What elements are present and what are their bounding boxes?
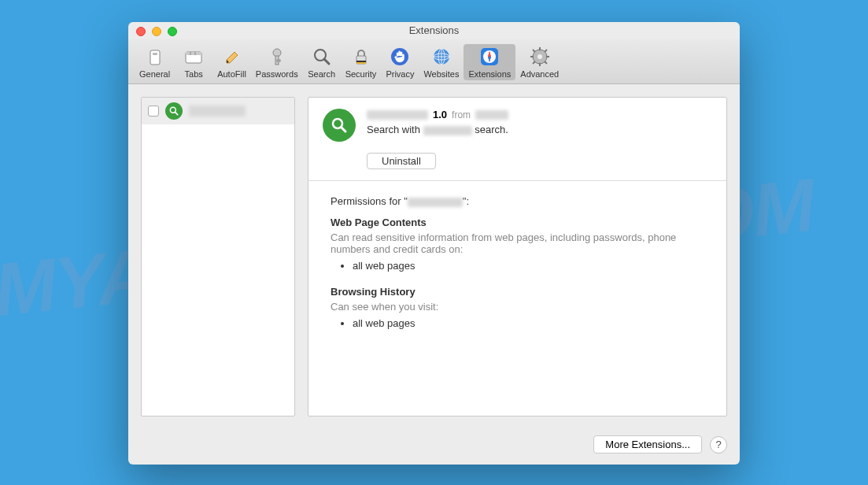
extension-version: 1.0: [433, 109, 447, 120]
hand-icon: [389, 46, 411, 68]
extensions-sidebar: [141, 97, 295, 417]
titlebar: Extensions: [128, 22, 740, 39]
perm-title: Browsing History: [331, 286, 704, 298]
more-extensions-button[interactable]: More Extensions...: [593, 435, 702, 454]
tab-search[interactable]: Search: [303, 44, 341, 80]
content-area: 1.0 from Search with search. Uninstall: [128, 84, 740, 429]
extension-title-redacted: [367, 110, 428, 120]
zoom-button[interactable]: [168, 27, 177, 36]
perm-text: Can see when you visit:: [331, 301, 704, 313]
tabs-icon: [183, 46, 205, 68]
tab-tabs[interactable]: Tabs: [175, 44, 212, 80]
svg-line-35: [342, 128, 346, 132]
perm-list: all web pages: [353, 317, 704, 329]
svg-line-33: [175, 112, 177, 114]
tab-privacy[interactable]: Privacy: [381, 44, 419, 80]
svg-line-10: [324, 59, 329, 64]
perm-list-item: all web pages: [353, 260, 704, 272]
svg-point-23: [537, 54, 542, 59]
toolbar: General Tabs AutoFill Passwords Search: [128, 39, 740, 84]
footer: More Extensions... ?: [128, 429, 740, 465]
pencil-icon: [220, 46, 242, 68]
gear-icon: [529, 46, 551, 68]
desc-prefix: Search with: [367, 124, 420, 135]
help-button[interactable]: ?: [710, 436, 727, 454]
perm-section-web-contents: Web Page Contents Can read sensitive inf…: [331, 217, 704, 272]
tab-label: Search: [308, 69, 335, 79]
tab-websites[interactable]: Websites: [419, 44, 464, 80]
tab-label: Passwords: [256, 69, 298, 79]
perm-prefix: Permissions for ": [331, 195, 408, 207]
extension-icon: [165, 102, 183, 120]
magnifier-icon: [311, 46, 333, 68]
traffic-lights: [136, 27, 177, 36]
switch-icon: [144, 46, 166, 68]
detail-header: 1.0 from Search with search.: [308, 98, 726, 153]
extension-enable-checkbox[interactable]: [148, 106, 159, 117]
svg-rect-1: [153, 53, 157, 55]
desc-suffix: search.: [475, 124, 508, 135]
perm-section-browsing-history: Browsing History Can see when you visit:…: [331, 286, 704, 329]
detail-title-row: 1.0 from: [367, 109, 712, 120]
desc-name-redacted: [423, 126, 472, 135]
perm-text: Can read sensitive information from web …: [331, 231, 704, 255]
extension-name-redacted: [189, 106, 246, 117]
svg-rect-8: [277, 60, 280, 61]
tab-label: Extensions: [468, 69, 511, 79]
minimize-button[interactable]: [152, 27, 161, 36]
perm-list-item: all web pages: [353, 317, 704, 329]
tab-passwords[interactable]: Passwords: [251, 44, 303, 80]
svg-rect-13: [356, 61, 366, 62]
perm-title: Web Page Contents: [331, 217, 704, 228]
tab-label: Tabs: [185, 69, 203, 79]
extension-author-redacted: [475, 110, 508, 120]
tab-security[interactable]: Security: [341, 44, 382, 80]
detail-description: Search with search.: [367, 124, 712, 135]
preferences-window: Extensions General Tabs AutoFill Passwor…: [128, 22, 740, 465]
tab-label: Websites: [423, 69, 459, 79]
from-label: from: [452, 109, 471, 120]
perm-list: all web pages: [353, 260, 704, 272]
tab-label: AutoFill: [217, 69, 246, 79]
tab-autofill[interactable]: AutoFill: [212, 44, 251, 80]
compass-icon: [478, 46, 500, 68]
perm-name-redacted: [408, 198, 463, 207]
tab-label: General: [139, 69, 170, 79]
perm-suffix: ":: [463, 195, 469, 207]
uninstall-row: Uninstall: [308, 153, 726, 180]
tab-general[interactable]: General: [135, 44, 175, 80]
svg-rect-0: [150, 50, 160, 65]
uninstall-button[interactable]: Uninstall: [367, 153, 436, 169]
detail-info: 1.0 from Search with search.: [367, 109, 712, 135]
extension-detail-panel: 1.0 from Search with search. Uninstall: [308, 97, 727, 417]
permissions-section: Permissions for "": Web Page Contents Ca…: [308, 181, 726, 357]
svg-line-30: [533, 61, 535, 64]
tab-label: Advanced: [520, 69, 559, 79]
window-title: Extensions: [135, 24, 733, 36]
globe-icon: [430, 46, 452, 68]
lock-icon: [350, 46, 372, 68]
close-button[interactable]: [136, 27, 146, 36]
svg-line-28: [533, 50, 535, 52]
tab-extensions[interactable]: Extensions: [464, 44, 515, 80]
tab-label: Security: [345, 69, 377, 79]
svg-line-29: [545, 61, 547, 64]
tab-label: Privacy: [386, 69, 414, 79]
extension-large-icon: [323, 109, 356, 142]
svg-line-31: [545, 50, 547, 52]
key-icon: [266, 46, 288, 68]
svg-rect-3: [186, 52, 201, 55]
svg-point-14: [391, 48, 408, 65]
extension-list-item[interactable]: [142, 98, 294, 124]
tab-advanced[interactable]: Advanced: [515, 44, 563, 80]
permissions-heading: Permissions for "":: [331, 195, 704, 207]
